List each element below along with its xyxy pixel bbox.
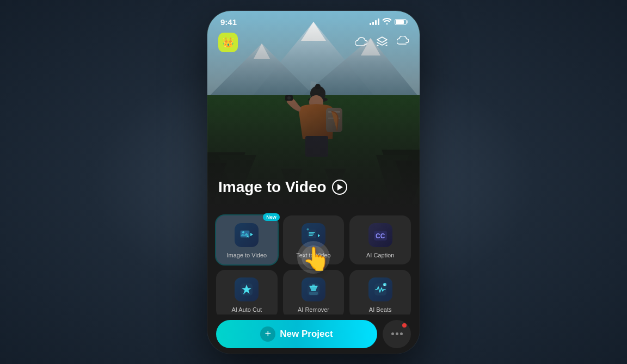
play-button[interactable] <box>332 180 347 195</box>
new-badge: New <box>263 213 280 221</box>
feature-card-ai-auto-cut[interactable]: AI Auto Cut <box>216 270 278 319</box>
ai-caption-label: AI Caption <box>366 251 394 259</box>
bottom-bar: + New Project <box>207 314 420 354</box>
features-grid: New Image to Video <box>216 215 411 319</box>
text-to-video-icon-wrap <box>302 223 325 247</box>
feature-card-ai-remover[interactable]: AI Remover <box>283 270 345 319</box>
new-project-button[interactable]: + New Project <box>216 320 377 348</box>
svg-point-30 <box>242 231 244 233</box>
text-to-video-label: Text to Video <box>296 251 330 259</box>
more-button[interactable] <box>383 320 411 348</box>
hero-title: Image to Video <box>218 178 409 196</box>
ai-beats-icon-wrap <box>368 277 392 301</box>
hero-title-area: Image to Video <box>218 178 409 196</box>
feature-card-ai-caption[interactable]: CC AI Caption <box>349 215 411 264</box>
image-to-video-label: Image to Video <box>226 251 267 259</box>
ai-auto-cut-label: AI Auto Cut <box>232 306 262 313</box>
status-icons <box>370 18 407 26</box>
header-right-icons <box>355 36 409 48</box>
svg-text:CC: CC <box>376 232 385 240</box>
new-project-label: New Project <box>280 329 333 340</box>
ai-remover-label: AI Remover <box>298 306 329 313</box>
wifi-icon <box>383 18 391 26</box>
svg-rect-37 <box>309 292 318 295</box>
feature-card-image-to-video[interactable]: New Image to Video <box>216 215 278 264</box>
hero-image: 👑 <box>207 11 420 207</box>
app-header: 👑 <box>207 33 420 52</box>
notification-dot <box>402 323 407 328</box>
ai-beats-label: AI Beats <box>369 306 392 313</box>
ai-remover-icon-wrap <box>302 277 325 301</box>
phone-frame: 9:41 <box>207 11 420 354</box>
plus-icon: + <box>260 326 275 342</box>
crown-icon[interactable]: 👑 <box>218 33 238 52</box>
features-section: New Image to Video <box>207 207 420 321</box>
education-icon[interactable] <box>376 36 388 48</box>
status-bar: 9:41 <box>207 11 420 27</box>
svg-point-39 <box>383 283 386 286</box>
cloud-icon-2[interactable] <box>397 36 409 48</box>
cloud-sync-icon[interactable] <box>355 36 367 48</box>
feature-card-ai-beats[interactable]: AI Beats <box>349 270 411 319</box>
ai-auto-cut-icon-wrap <box>235 277 259 301</box>
svg-point-32 <box>306 228 309 230</box>
image-to-video-icon-wrap <box>235 223 259 247</box>
more-dots-icon <box>391 332 403 335</box>
ai-caption-icon-wrap: CC <box>368 223 392 247</box>
status-time: 9:41 <box>220 17 237 27</box>
feature-card-text-to-video[interactable]: Text to Video <box>283 215 345 264</box>
signal-icon <box>370 18 379 25</box>
battery-icon <box>395 19 407 25</box>
